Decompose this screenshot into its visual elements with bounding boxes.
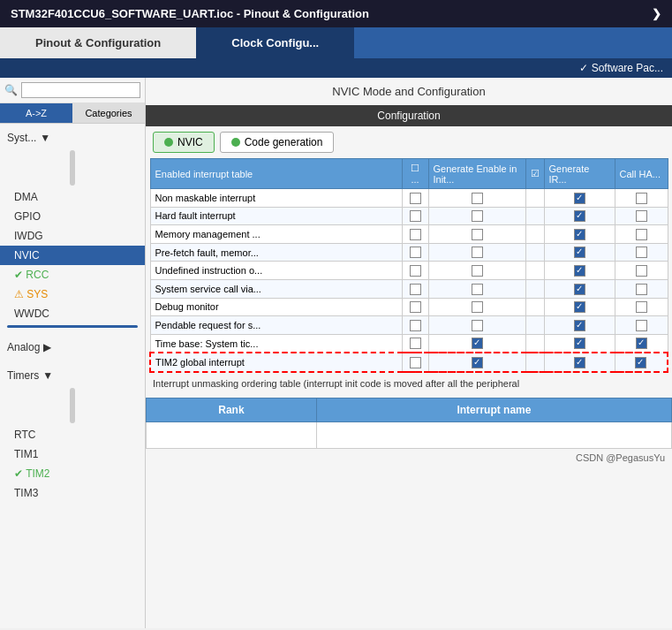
sidebar-item-rcc[interactable]: ✔ RCC bbox=[0, 265, 145, 285]
checkbox-cell[interactable] bbox=[428, 262, 525, 280]
checkbox-cell[interactable] bbox=[428, 298, 525, 316]
checkbox-cell[interactable] bbox=[544, 334, 615, 353]
checkbox-unchecked[interactable] bbox=[472, 265, 483, 277]
checkbox-unchecked[interactable] bbox=[410, 357, 421, 368]
checkbox-unchecked[interactable] bbox=[410, 284, 421, 295]
checkbox-unchecked[interactable] bbox=[636, 229, 647, 240]
checkbox-checked[interactable] bbox=[636, 338, 647, 349]
checkbox-unchecked[interactable] bbox=[410, 247, 421, 258]
sidebar-section-timers-header[interactable]: Timers ▼ bbox=[0, 365, 145, 386]
checkbox-unchecked[interactable] bbox=[472, 210, 483, 222]
tab-pinout[interactable]: Pinout & Configuration bbox=[0, 27, 196, 58]
scroll-indicator-timers[interactable] bbox=[70, 388, 75, 423]
checkbox-cell[interactable] bbox=[615, 243, 668, 262]
col-header-gen-enable-cb[interactable]: ☑ bbox=[525, 159, 544, 189]
sidebar-item-sys[interactable]: ⚠ SYS bbox=[0, 285, 145, 304]
checkbox-cell[interactable] bbox=[402, 243, 428, 262]
checkbox-unchecked[interactable] bbox=[636, 301, 647, 313]
checkbox-unchecked[interactable] bbox=[636, 284, 647, 295]
checkbox-cell[interactable] bbox=[402, 279, 428, 298]
checkbox-unchecked[interactable] bbox=[636, 265, 647, 277]
checkbox-cell[interactable] bbox=[615, 298, 668, 316]
checkbox-cell[interactable] bbox=[615, 225, 668, 244]
checkbox-cell[interactable] bbox=[428, 225, 525, 244]
checkbox-cell[interactable] bbox=[615, 207, 668, 225]
checkbox-checked[interactable] bbox=[574, 357, 585, 368]
az-sort-button[interactable]: A->Z bbox=[0, 103, 72, 123]
checkbox-checked[interactable] bbox=[574, 247, 585, 258]
checkbox-cell[interactable] bbox=[544, 316, 615, 335]
checkbox-cell[interactable] bbox=[544, 225, 615, 244]
checkbox-cell[interactable] bbox=[402, 262, 428, 280]
checkbox-cell[interactable] bbox=[428, 316, 525, 335]
checkbox-cell[interactable] bbox=[615, 334, 668, 353]
checkbox-unchecked[interactable] bbox=[410, 210, 421, 222]
sidebar-item-wwdg[interactable]: WWDC bbox=[0, 304, 145, 323]
checkbox-cell[interactable] bbox=[544, 243, 615, 262]
checkbox-cell[interactable] bbox=[615, 316, 668, 335]
checkbox-cell[interactable] bbox=[402, 353, 428, 372]
checkbox-unchecked[interactable] bbox=[410, 301, 421, 313]
checkbox-unchecked[interactable] bbox=[636, 210, 647, 222]
checkbox-cell[interactable] bbox=[544, 279, 615, 298]
tab-clock[interactable]: Clock Configu... bbox=[196, 27, 354, 58]
sidebar-item-nvic[interactable]: NVIC bbox=[0, 246, 145, 265]
checkbox-cell[interactable] bbox=[402, 225, 428, 244]
checkbox-checked[interactable] bbox=[574, 265, 585, 277]
checkbox-cell[interactable] bbox=[544, 189, 615, 208]
checkbox-unchecked[interactable] bbox=[472, 229, 483, 240]
checkbox-cell[interactable] bbox=[615, 262, 668, 280]
tab-code-gen[interactable]: Code generation bbox=[220, 132, 335, 153]
checkbox-cell[interactable] bbox=[402, 316, 428, 335]
checkbox-checked[interactable] bbox=[574, 338, 585, 349]
sidebar-item-dma[interactable]: DMA bbox=[0, 187, 145, 207]
scroll-indicator-top[interactable] bbox=[70, 150, 75, 186]
checkbox-unchecked[interactable] bbox=[636, 320, 647, 331]
checkbox-checked[interactable] bbox=[574, 301, 585, 313]
sidebar-item-gpio[interactable]: GPIO bbox=[0, 207, 145, 226]
checkbox-unchecked[interactable] bbox=[410, 338, 421, 349]
checkbox-cell[interactable] bbox=[402, 334, 428, 353]
checkbox-cell[interactable] bbox=[615, 189, 668, 208]
checkbox-checked[interactable] bbox=[574, 210, 585, 222]
col-header-cb-all[interactable]: ☐ ... bbox=[402, 159, 428, 189]
checkbox-unchecked[interactable] bbox=[472, 193, 483, 204]
software-pack-tab[interactable]: ✓ Software Pac... bbox=[579, 62, 663, 74]
checkbox-cell[interactable] bbox=[544, 207, 615, 225]
sidebar-section-system-header[interactable]: Syst... ▼ bbox=[0, 127, 145, 148]
checkbox-cell[interactable] bbox=[402, 189, 428, 208]
checkbox-cell[interactable] bbox=[615, 279, 668, 298]
checkbox-cell[interactable] bbox=[402, 207, 428, 225]
checkbox-unchecked[interactable] bbox=[472, 284, 483, 295]
checkbox-checked[interactable] bbox=[574, 320, 585, 331]
checkbox-checked[interactable] bbox=[472, 338, 483, 349]
checkbox-unchecked[interactable] bbox=[472, 301, 483, 313]
checkbox-cell[interactable] bbox=[615, 353, 668, 372]
checkbox-cell[interactable] bbox=[428, 243, 525, 262]
sidebar-item-rtc[interactable]: RTC bbox=[0, 425, 145, 444]
sidebar-item-iwdg[interactable]: IWDG bbox=[0, 226, 145, 246]
checkbox-unchecked[interactable] bbox=[472, 320, 483, 331]
sidebar-item-tim2[interactable]: ✔ TIM2 bbox=[0, 464, 145, 483]
checkbox-cell[interactable] bbox=[428, 334, 525, 353]
checkbox-cell[interactable] bbox=[544, 262, 615, 280]
checkbox-cell[interactable] bbox=[428, 279, 525, 298]
checkbox-checked[interactable] bbox=[574, 229, 585, 240]
checkbox-cell[interactable] bbox=[544, 298, 615, 316]
checkbox-unchecked[interactable] bbox=[410, 320, 421, 331]
sidebar-item-tim1[interactable]: TIM1 bbox=[0, 444, 145, 464]
checkbox-cell[interactable] bbox=[428, 353, 525, 372]
tab-nvic[interactable]: NVIC bbox=[153, 132, 215, 153]
checkbox-unchecked[interactable] bbox=[472, 247, 483, 258]
search-input[interactable] bbox=[21, 82, 140, 98]
sidebar-section-analog-header[interactable]: Analog ▶ bbox=[0, 337, 145, 358]
checkbox-unchecked[interactable] bbox=[636, 193, 647, 204]
categories-button[interactable]: Categories bbox=[72, 103, 145, 123]
checkbox-cell[interactable] bbox=[402, 298, 428, 316]
checkbox-cell[interactable] bbox=[428, 207, 525, 225]
checkbox-checked[interactable] bbox=[574, 284, 585, 295]
checkbox-cell[interactable] bbox=[544, 353, 615, 372]
checkbox-checked[interactable] bbox=[472, 357, 483, 368]
checkbox-unchecked[interactable] bbox=[410, 193, 421, 204]
checkbox-unchecked[interactable] bbox=[410, 265, 421, 277]
